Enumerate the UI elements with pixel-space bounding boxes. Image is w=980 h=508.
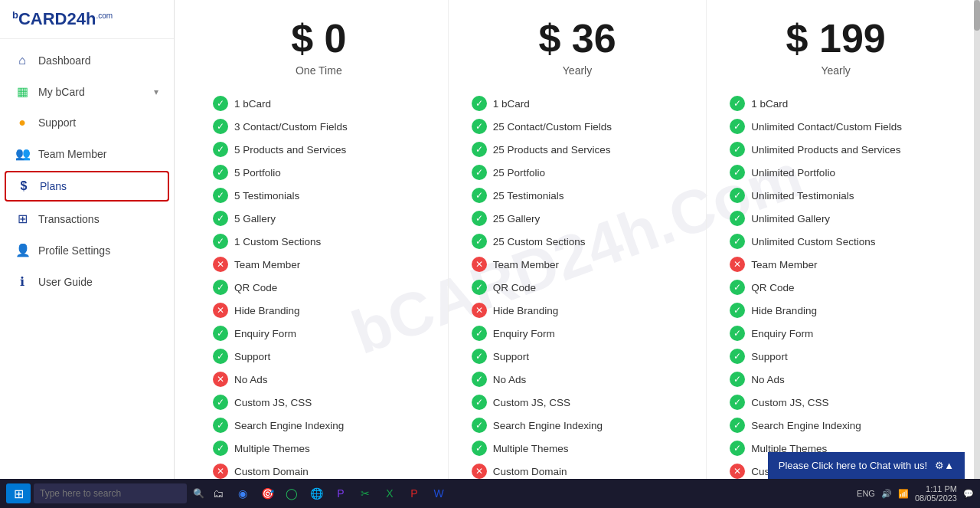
feature-item: ✕No Ads [213,368,425,391]
taskbar-icon-3[interactable]: 🎯 [256,483,278,503]
sidebar-logo: bCARD24h.com [0,0,174,39]
check-green-icon: ✓ [213,418,228,433]
feature-item: ✓25 Contact/Custom Fields [472,115,684,138]
check-green-icon: ✓ [213,188,228,203]
feature-label: Custom Domain [234,466,309,477]
sidebar-item-profile[interactable]: 👤 Profile Settings [0,234,174,266]
sidebar-item-support[interactable]: ● Support [0,107,174,138]
feature-label: Hide Branding [751,305,817,316]
feature-item: ✓Search Engine Indexing [472,414,684,437]
taskbar-lang: ENG [857,489,875,498]
feature-item: ✓25 Testimonials [472,184,684,207]
check-green-icon: ✓ [730,326,745,341]
feature-label: No Ads [493,374,527,385]
taskbar-icon-8[interactable]: X [379,483,400,503]
sidebar-item-userguide[interactable]: ℹ User Guide [0,266,174,297]
check-green-icon: ✓ [730,165,745,180]
taskbar-icon-5[interactable]: 🌐 [305,483,327,503]
taskbar-icon-1[interactable]: 🗂 [207,483,229,503]
feature-label: Custom Domain [493,466,567,477]
feature-label: 5 Portfolio [234,167,281,179]
feature-label: No Ads [751,374,785,385]
sidebar-item-label: Team Member [38,148,158,160]
check-green-icon: ✓ [213,211,228,226]
gear-icon: ⚙▲ [935,460,954,471]
feature-label: Unlimited Testimonials [751,190,854,202]
sidebar-item-label: Plans [40,180,157,192]
feature-item: ✓QR Code [730,276,942,299]
check-green-icon: ✓ [213,349,228,364]
feature-label: Search Engine Indexing [234,420,344,431]
check-red-icon: ✕ [472,464,487,479]
check-red-icon: ✕ [213,372,228,387]
feature-label: Hide Branding [234,305,300,316]
feature-label: QR Code [493,282,536,293]
transactions-icon: ⊞ [15,211,29,226]
feature-label: Custom JS, CSS [751,397,828,408]
feature-item: ✓Search Engine Indexing [730,414,942,437]
feature-label: Search Engine Indexing [493,420,603,431]
taskbar-search[interactable] [34,483,187,503]
feature-item: ✓Hide Branding [730,299,942,322]
check-green-icon: ✓ [213,234,228,249]
sidebar-item-transactions[interactable]: ⊞ Transactions [0,203,174,234]
sidebar-item-mybcard[interactable]: ▦ My bCard ▾ [0,76,174,107]
sidebar-item-dashboard[interactable]: ⌂ Dashboard [0,45,174,76]
sidebar-item-label: My bCard [38,86,145,98]
feature-label: 1 bCard [234,98,271,110]
check-green-icon: ✓ [472,418,487,433]
plan-period-199: Yearly [730,64,942,77]
feature-item: ✓QR Code [213,276,425,299]
taskbar-icon-4[interactable]: ◯ [281,483,302,503]
check-green-icon: ✓ [730,96,745,111]
plans-icon: $ [17,179,31,193]
sidebar-item-team[interactable]: 👥 Team Member [0,138,174,169]
feature-label: Support [751,351,787,362]
check-green-icon: ✓ [472,280,487,295]
check-green-icon: ✓ [730,119,745,134]
check-green-icon: ✓ [213,96,228,111]
taskbar-icon-7[interactable]: ✂ [354,483,376,503]
feature-item: ✕Team Member [213,253,425,276]
feature-item: ✓Unlimited Portfolio [730,161,942,184]
feature-item: ✓1 bCard [472,92,684,115]
taskbar-icon-6[interactable]: P [330,483,351,503]
feature-label: Unlimited Custom Sections [751,236,875,247]
start-button[interactable]: ⊞ [6,483,31,503]
feature-label: 25 Gallery [493,213,541,225]
feature-list-36: ✓1 bCard✓25 Contact/Custom Fields✓25 Pro… [472,92,684,506]
feature-item: ✓1 bCard [730,92,942,115]
sidebar-item-label: Transactions [38,213,158,225]
feature-label: 3 Contact/Custom Fields [234,121,348,133]
feature-item: ✓3 Contact/Custom Fields [213,115,425,138]
feature-item: ✓1 Custom Sections [213,230,425,253]
plan-free: $ 0 One Time ✓1 bCard✓3 Contact/Custom F… [190,0,449,508]
feature-item: ✓25 Gallery [472,207,684,230]
plan-period-36: Yearly [472,64,684,77]
sidebar-item-label: Dashboard [38,54,158,67]
feature-item: ✓Custom JS, CSS [213,391,425,414]
sidebar-item-plans[interactable]: $ Plans 1 [5,171,169,202]
check-green-icon: ✓ [213,395,228,410]
profile-icon: 👤 [15,243,29,257]
feature-label: Support [493,351,529,362]
plans-container: $ 0 One Time ✓1 bCard✓3 Contact/Custom F… [175,0,980,508]
feature-label: Search Engine Indexing [751,420,861,431]
feature-label: Team Member [493,259,559,270]
feature-label: 1 bCard [751,98,788,110]
feature-item: ✓Enquiry Form [213,322,425,345]
chat-widget[interactable]: Please Click here to Chat with us! ⚙▲ [768,452,965,479]
taskbar-icon-edge[interactable]: ◉ [232,483,253,503]
check-green-icon: ✓ [472,211,487,226]
check-green-icon: ✓ [213,280,228,295]
check-green-icon: ✓ [730,188,745,203]
feature-item: ✓5 Portfolio [213,161,425,184]
feature-label: Multiple Themes [493,443,569,454]
feature-label: QR Code [751,282,794,293]
taskbar-icon-10[interactable]: W [428,483,449,503]
taskbar-icon-9[interactable]: P [403,483,425,503]
feature-label: 25 Testimonials [493,190,564,202]
taskbar-clock: 1:11 PM 08/05/2023 [915,484,957,503]
check-green-icon: ✓ [472,142,487,157]
check-green-icon: ✓ [472,96,487,111]
